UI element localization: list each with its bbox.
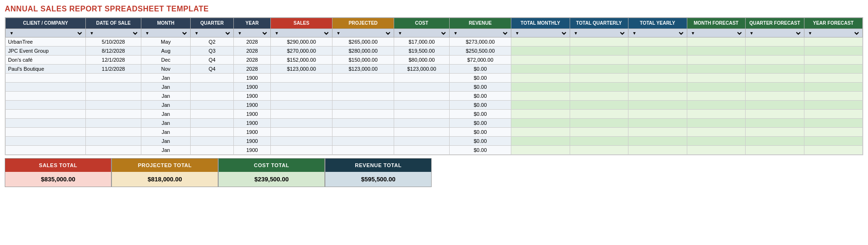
cell-sales: [271, 74, 332, 83]
filter-year[interactable]: ▼: [234, 29, 271, 38]
cell-quarter: Q4: [191, 65, 234, 74]
cell-year: 1900: [234, 119, 271, 128]
cell-date: 11/2/2028: [86, 65, 141, 74]
revenue-total-block: REVENUE TOTAL $595,500.00: [325, 158, 432, 187]
filter-quarter-select[interactable]: ▼: [193, 30, 231, 36]
cell-date: 12/1/2028: [86, 56, 141, 65]
cell-tot_yearly: [628, 110, 687, 119]
cell-cost: [394, 137, 450, 146]
projected-total-block: PROJECTED TOTAL $818,000.00: [111, 158, 218, 187]
cell-quarter: [191, 74, 234, 83]
filter-year-select[interactable]: ▼: [236, 30, 268, 36]
cell-sales: [271, 119, 332, 128]
cell-cost: [394, 110, 450, 119]
filter-tot-quarterly[interactable]: ▼: [570, 29, 628, 38]
filter-tot-quarterly-select[interactable]: ▼: [572, 30, 627, 36]
filter-tot-monthly-select[interactable]: ▼: [513, 30, 568, 36]
table-row: Jan1900$0.00: [6, 137, 863, 146]
cell-projected: $265,000.00: [332, 38, 394, 47]
cell-client: [6, 101, 86, 110]
cell-tot_yearly: [628, 47, 687, 56]
filter-month-fc-select[interactable]: ▼: [689, 30, 744, 36]
cell-revenue: $273,000.00: [450, 38, 511, 47]
cell-date: [86, 119, 141, 128]
cell-tot_monthly: [511, 128, 570, 137]
filter-month-select[interactable]: ▼: [143, 30, 188, 36]
cost-total-label: COST TOTAL: [219, 159, 324, 172]
header-revenue: REVENUE: [450, 18, 511, 29]
cell-sales: [271, 92, 332, 101]
cell-date: [86, 74, 141, 83]
cell-tot_quarterly: [570, 38, 628, 47]
cell-client: JPC Event Group: [6, 47, 86, 56]
filter-year-fc-select[interactable]: ▼: [806, 30, 861, 36]
cell-client: [6, 119, 86, 128]
filter-date-select[interactable]: ▼: [88, 30, 139, 36]
table-body: UrbanTree5/10/2028MayQ22028$290,000.00$2…: [6, 38, 863, 155]
cell-quarter: [191, 83, 234, 92]
cell-quarter: [191, 110, 234, 119]
cell-tot_quarterly: [570, 146, 628, 155]
filter-year-fc[interactable]: ▼: [804, 29, 863, 38]
spreadsheet-wrapper: CLIENT / COMPANY DATE OF SALE MONTH QUAR…: [5, 17, 863, 155]
cell-tot_monthly: [511, 74, 570, 83]
filter-client-select[interactable]: ▼: [8, 30, 83, 36]
filter-sales-select[interactable]: ▼: [273, 30, 330, 36]
cell-month: Jan: [141, 110, 191, 119]
filter-projected-select[interactable]: ▼: [334, 30, 392, 36]
cell-client: Don's café: [6, 56, 86, 65]
cell-sales: [271, 83, 332, 92]
cell-quarter_fc: [746, 83, 804, 92]
cell-projected: [332, 92, 394, 101]
filter-date[interactable]: ▼: [86, 29, 141, 38]
cell-projected: [332, 128, 394, 137]
cell-tot_quarterly: [570, 128, 628, 137]
revenue-total-label: REVENUE TOTAL: [325, 159, 431, 172]
filter-revenue-select[interactable]: ▼: [452, 30, 509, 36]
filter-projected[interactable]: ▼: [332, 29, 394, 38]
projected-total-value: $818,000.00: [112, 172, 218, 187]
cell-cost: [394, 92, 450, 101]
cell-sales: [271, 128, 332, 137]
filter-month[interactable]: ▼: [141, 29, 191, 38]
cell-cost: $80,000.00: [394, 56, 450, 65]
filter-client[interactable]: ▼: [6, 29, 86, 38]
cell-year_fc: [804, 101, 863, 110]
cell-tot_monthly: [511, 47, 570, 56]
cell-quarter_fc: [746, 47, 804, 56]
filter-month-fc[interactable]: ▼: [687, 29, 746, 38]
cost-total-block: COST TOTAL $239,500.00: [218, 158, 325, 187]
revenue-total-value: $595,500.00: [325, 172, 431, 187]
filter-tot-yearly-select[interactable]: ▼: [630, 30, 685, 36]
table-row: Jan1900$0.00: [6, 83, 863, 92]
cell-year: 2028: [234, 38, 271, 47]
filter-sales[interactable]: ▼: [271, 29, 332, 38]
cell-date: [86, 137, 141, 146]
cell-month: Jan: [141, 119, 191, 128]
filter-cost-select[interactable]: ▼: [396, 30, 447, 36]
cell-revenue: $0.00: [450, 128, 511, 137]
cell-tot_yearly: [628, 38, 687, 47]
cell-tot_monthly: [511, 119, 570, 128]
table-row: Jan1900$0.00: [6, 128, 863, 137]
filter-quarter[interactable]: ▼: [191, 29, 234, 38]
filter-tot-monthly[interactable]: ▼: [511, 29, 570, 38]
cell-revenue: $250,500.00: [450, 47, 511, 56]
filter-revenue[interactable]: ▼: [450, 29, 511, 38]
filter-quarter-fc[interactable]: ▼: [746, 29, 804, 38]
cell-date: 8/12/2028: [86, 47, 141, 56]
header-date: DATE OF SALE: [86, 18, 141, 29]
cell-quarter: [191, 146, 234, 155]
cell-projected: $150,000.00: [332, 56, 394, 65]
cell-quarter_fc: [746, 65, 804, 74]
table-row: Jan1900$0.00: [6, 110, 863, 119]
cell-month: Jan: [141, 101, 191, 110]
cell-month: May: [141, 38, 191, 47]
cell-year: 1900: [234, 146, 271, 155]
cell-year_fc: [804, 65, 863, 74]
cell-tot_yearly: [628, 119, 687, 128]
cell-cost: [394, 83, 450, 92]
filter-tot-yearly[interactable]: ▼: [628, 29, 687, 38]
filter-quarter-fc-select[interactable]: ▼: [748, 30, 802, 36]
filter-cost[interactable]: ▼: [394, 29, 450, 38]
